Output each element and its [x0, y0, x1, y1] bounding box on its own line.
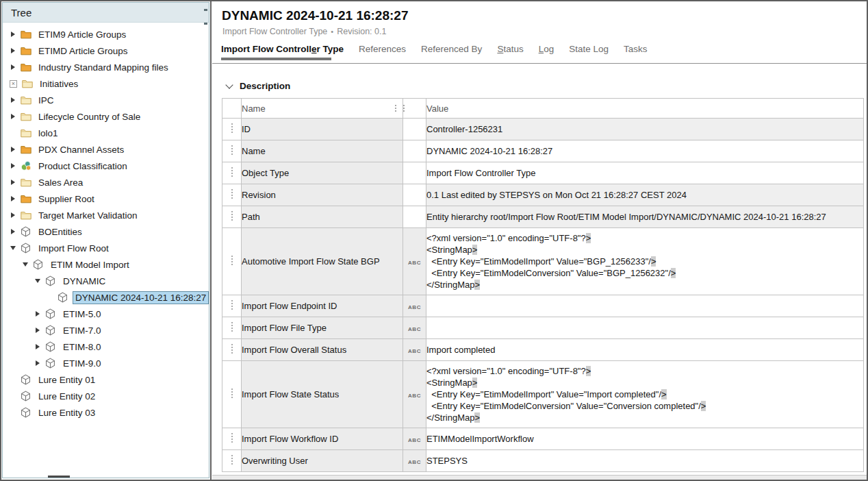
attribute-value-cell[interactable]: <?xml version="1.0" encoding="UTF-8"?><S… — [426, 361, 864, 428]
attribute-value-cell[interactable]: Entity hierarchy root/Import Flow Root/E… — [426, 206, 864, 228]
tree-item-lure-entity-02[interactable]: Lure Entity 02 — [3, 388, 209, 404]
attribute-value-cell[interactable]: STEPSYS — [426, 450, 864, 472]
row-drag-handle[interactable] — [222, 206, 242, 228]
tree-item-etim-model-import[interactable]: ETIM Model Import — [3, 256, 209, 273]
table-row-import-flow-endpoint-id: Import Flow Endpoint IDABC — [222, 295, 864, 317]
column-menu-icon[interactable] — [403, 105, 405, 112]
horizontal-scrollbar[interactable] — [212, 475, 867, 480]
collapse-arrow-icon[interactable] — [33, 276, 42, 286]
tree-item-pdx-channel-assets[interactable]: PDX Channel Assets — [3, 141, 209, 158]
expand-arrow-icon[interactable] — [8, 46, 17, 56]
chevron-down-icon[interactable] — [225, 81, 233, 88]
tree-item-lifecycle-country-of-sale[interactable]: Lifecycle Country of Sale — [3, 108, 209, 125]
tab-state-log[interactable]: State Log — [569, 44, 609, 60]
attribute-value-cell[interactable]: DYNAMIC 2024-10-21 16:28:27 — [426, 140, 864, 162]
attribute-value-cell[interactable] — [426, 295, 864, 317]
attribute-value-cell[interactable]: Controller-1256231 — [426, 119, 864, 140]
tree-item-lure-entity-03[interactable]: Lure Entity 03 — [3, 404, 209, 421]
description-section-header[interactable]: Description — [227, 81, 290, 91]
expand-arrow-icon[interactable] — [33, 325, 42, 335]
expand-arrow-icon[interactable] — [8, 161, 17, 171]
tree-item-target-market-validation[interactable]: Target Market Validation — [3, 207, 209, 223]
cube-icon — [44, 341, 56, 352]
tree-item-sales-area[interactable]: Sales Area — [3, 174, 209, 190]
tree-item-boentities[interactable]: BOEntities — [3, 223, 209, 240]
attribute-value-cell[interactable]: Import completed — [426, 339, 864, 361]
row-drag-handle[interactable] — [222, 228, 242, 295]
row-drag-handle[interactable] — [222, 184, 242, 206]
table-row-name: NameDYNAMIC 2024-10-21 16:28:27 — [222, 140, 864, 162]
tree-item-list: ETIM9 Article GroupsETIMD Article Groups… — [3, 23, 209, 421]
expand-arrow-icon[interactable] — [8, 177, 17, 187]
row-drag-handle[interactable] — [222, 361, 242, 428]
tree-item-label: DYNAMIC — [60, 275, 108, 288]
tree-item-label: lolo1 — [36, 127, 61, 140]
expand-arrow-icon[interactable] — [33, 358, 42, 368]
expand-arrow-icon[interactable] — [8, 112, 17, 121]
tab-referenced-by[interactable]: Referenced By — [421, 44, 482, 60]
attribute-value-cell[interactable]: 0.1 Last edited by STEPSYS on Mon Oct 21… — [426, 184, 864, 206]
cube-icon — [44, 308, 56, 319]
tree-item-lolo1[interactable]: lolo1 — [3, 125, 209, 141]
attribute-value-cell[interactable]: ETIMModelImportWorkflow — [426, 428, 864, 450]
expand-arrow-icon[interactable] — [8, 227, 17, 236]
section-title: Description — [240, 81, 290, 91]
tree-item-etim-5-0[interactable]: ETIM-5.0 — [3, 306, 209, 322]
column-menu-icon[interactable] — [395, 105, 396, 112]
tree-item-ipc[interactable]: IPC — [3, 92, 209, 108]
cube-icon — [44, 358, 56, 369]
tree-item-lure-entity-01[interactable]: Lure Entity 01 — [3, 371, 209, 388]
collapse-arrow-icon[interactable] — [21, 260, 29, 269]
expand-arrow-icon[interactable] — [8, 210, 17, 220]
attribute-value-cell[interactable]: <?xml version="1.0" encoding="UTF-8"?><S… — [426, 228, 864, 295]
attribute-value-cell[interactable]: Import Flow Controller Type — [426, 162, 864, 184]
drag-dots-icon — [231, 322, 233, 332]
row-drag-handle[interactable] — [222, 295, 242, 317]
tree-item-dynamic-2024-10-21-16-28-27[interactable]: DYNAMIC 2024-10-21 16:28:27 — [3, 289, 209, 306]
splitter-grip-icon[interactable] — [204, 9, 207, 11]
tree-item-etimd-article-groups[interactable]: ETIMD Article Groups — [3, 42, 209, 59]
tab-status[interactable]: Status — [497, 44, 523, 60]
row-drag-handle[interactable] — [222, 339, 242, 361]
cube-icon — [44, 275, 56, 286]
value-column-label: Value — [426, 103, 448, 114]
tab-references[interactable]: References — [359, 44, 406, 60]
row-drag-handle[interactable] — [222, 450, 242, 472]
tree-item-dynamic[interactable]: DYNAMIC — [3, 273, 209, 289]
table-row-import-flow-workflow-id: Import Flow Workflow IDABCETIMModelImpor… — [222, 428, 864, 450]
row-drag-handle[interactable] — [222, 317, 242, 339]
expand-arrow-icon[interactable] — [33, 342, 42, 352]
tree-item-etim-7-0[interactable]: ETIM-7.0 — [3, 322, 209, 338]
tree-item-etim-8-0[interactable]: ETIM-8.0 — [3, 338, 209, 355]
tree-item-supplier-root[interactable]: Supplier Root — [3, 190, 209, 207]
splitter-grip-icon[interactable] — [204, 23, 207, 25]
expand-arrow-icon[interactable] — [8, 62, 17, 72]
table-row-object-type: Object TypeImport Flow Controller Type — [222, 162, 864, 184]
tree-item-import-flow-root[interactable]: Import Flow Root — [3, 240, 209, 256]
expand-arrow-icon[interactable] — [33, 309, 42, 319]
tab-tasks[interactable]: Tasks — [624, 44, 648, 60]
expand-arrow-icon[interactable] — [8, 95, 17, 105]
expand-arrow-icon[interactable] — [8, 145, 17, 154]
tree-item-etim-9-0[interactable]: ETIM-9.0 — [3, 355, 209, 371]
tree-panel: Tree ETIM9 Article GroupsETIMD Article G… — [2, 2, 209, 478]
attribute-value-cell[interactable] — [426, 317, 864, 339]
tree-item-initiatives[interactable]: ×Initiatives — [3, 75, 209, 92]
folder-dark-icon — [20, 144, 31, 155]
tab-import-flow-controller-type[interactable]: Import Flow Controller Type — [221, 44, 344, 60]
tab-log[interactable]: Log — [539, 44, 554, 60]
expand-arrow-icon[interactable] — [8, 194, 17, 204]
collapse-arrow-icon[interactable] — [8, 243, 17, 253]
tree-item-etim9-article-groups[interactable]: ETIM9 Article Groups — [3, 26, 209, 42]
row-drag-handle[interactable] — [222, 162, 242, 184]
row-drag-handle[interactable] — [222, 428, 242, 450]
expand-arrow-icon[interactable] — [8, 29, 17, 39]
row-drag-handle[interactable] — [222, 119, 242, 140]
drag-dots-icon — [231, 123, 233, 133]
tree-item-industry-standard-mapping-files[interactable]: Industry Standard Mapping files — [3, 59, 209, 75]
tree-item-product-classification[interactable]: Product Classification — [3, 158, 209, 174]
table-row-import-flow-state-status: Import Flow State StatusABC<?xml version… — [222, 361, 864, 428]
pane-splitter[interactable] — [210, 1, 212, 480]
no-children-box-icon[interactable]: × — [10, 80, 17, 88]
row-drag-handle[interactable] — [222, 140, 242, 162]
